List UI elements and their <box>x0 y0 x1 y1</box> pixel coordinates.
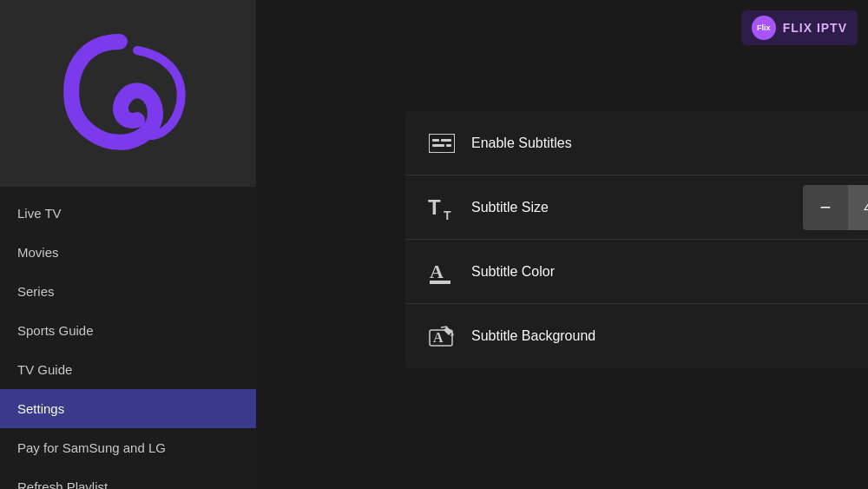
sidebar-item-tv-guide[interactable]: TV Guide <box>0 350 256 389</box>
app-logo <box>59 24 198 163</box>
svg-text:T: T <box>444 208 451 220</box>
svg-text:T: T <box>428 195 441 219</box>
subtitle-size-label: Subtitle Size <box>471 200 789 215</box>
svg-rect-12 <box>430 281 450 284</box>
svg-rect-7 <box>432 144 444 147</box>
text-color-icon: A <box>426 256 457 287</box>
svg-rect-4 <box>429 134 455 153</box>
size-decrease-button[interactable]: − <box>803 185 848 230</box>
sidebar-item-pay-samsung-lg[interactable]: Pay for SamSung and LG <box>0 428 256 467</box>
text-size-icon: T T <box>426 192 457 223</box>
subtitle-color-label: Subtitle Color <box>471 264 868 280</box>
svg-text:A: A <box>430 261 444 282</box>
flix-badge: Flix FLIX IPTV <box>741 10 858 45</box>
svg-rect-8 <box>446 144 451 147</box>
size-value: 46 pt <box>848 185 868 230</box>
sidebar: Live TV Movies Series Sports Guide TV Gu… <box>0 0 256 489</box>
svg-line-15 <box>441 327 447 327</box>
sidebar-item-movies[interactable]: Movies <box>0 233 256 272</box>
svg-rect-5 <box>432 139 439 142</box>
sidebar-item-series[interactable]: Series <box>0 272 256 311</box>
enable-subtitles-label: Enable Subtitles <box>471 135 868 151</box>
size-controls: − 46 pt + <box>803 185 868 230</box>
svg-rect-6 <box>441 139 451 142</box>
flix-logo: Flix <box>752 16 776 40</box>
sidebar-item-sports-guide[interactable]: Sports Guide <box>0 311 256 350</box>
sidebar-item-settings[interactable]: Settings <box>0 389 256 428</box>
sidebar-item-refresh-playlist[interactable]: Refresh Playlist <box>0 467 256 489</box>
subtitle-size-row: T T Subtitle Size − 46 pt + <box>405 175 868 240</box>
subtitle-color-row: A Subtitle Color <box>405 240 868 304</box>
subtitle-bg-icon: A <box>426 320 457 352</box>
svg-text:A: A <box>433 330 444 345</box>
subtitle-background-label: Subtitle Background <box>471 328 868 344</box>
nav-list: Live TV Movies Series Sports Guide TV Gu… <box>0 187 256 489</box>
subtitles-icon <box>426 128 457 159</box>
enable-subtitles-row: Enable Subtitles <box>405 111 868 175</box>
sidebar-item-live-tv[interactable]: Live TV <box>0 194 256 233</box>
settings-panel: Enable Subtitles T T Subtitle Size − 46 … <box>405 111 868 368</box>
flix-title: FLIX IPTV <box>783 21 847 35</box>
subtitle-background-row: A Subtitle Background <box>405 304 868 368</box>
logo-area <box>0 0 256 187</box>
main-content: Flix FLIX IPTV Flix IPTV <box>256 0 868 489</box>
